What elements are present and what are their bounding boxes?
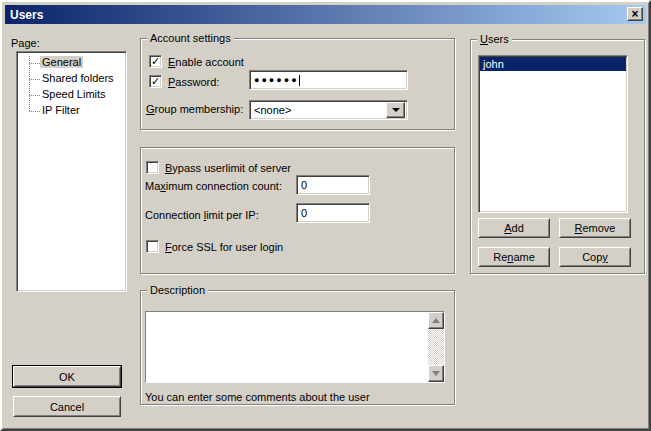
- enable-account-label: Enable account: [168, 56, 244, 68]
- scroll-up-button[interactable]: [428, 312, 444, 329]
- cancel-button[interactable]: Cancel: [13, 396, 121, 417]
- description-text[interactable]: [146, 312, 428, 382]
- ok-button[interactable]: OK: [13, 366, 121, 387]
- users-group-title: Users: [477, 33, 512, 45]
- tree-item-speed-limits[interactable]: Speed Limits: [17, 87, 126, 103]
- add-user-button[interactable]: Add: [478, 218, 550, 238]
- ok-button-label: OK: [59, 371, 75, 383]
- group-membership-label: Group membership:: [146, 103, 243, 115]
- close-button[interactable]: ×: [627, 7, 643, 21]
- rename-button-label: Rename: [493, 251, 535, 263]
- tree-branch-icon: [29, 111, 40, 112]
- page-label: Page:: [11, 37, 40, 49]
- connection-limit-per-ip-label: Connection limit per IP:: [145, 209, 259, 221]
- description-textarea[interactable]: [145, 311, 445, 383]
- tree-branch-icon: [29, 95, 40, 96]
- tree-item-label: General: [40, 56, 83, 68]
- group-membership-select[interactable]: <none>: [249, 100, 408, 120]
- force-ssl-checkbox[interactable]: ✓: [146, 240, 159, 253]
- scrollbar-track[interactable]: [428, 329, 444, 365]
- close-icon: ×: [631, 9, 638, 19]
- rename-user-button[interactable]: Rename: [478, 247, 550, 267]
- password-checkbox[interactable]: ✓: [149, 75, 162, 88]
- tree-branch-icon: [29, 79, 40, 80]
- bypass-userlimit-label: Bypass userlimit of server: [165, 162, 291, 174]
- chevron-down-icon: [392, 108, 400, 116]
- remove-button-label: Remove: [575, 222, 616, 234]
- tree-item-label: Speed Limits: [40, 88, 108, 100]
- titlebar[interactable]: Users ×: [5, 5, 646, 24]
- description-title: Description: [147, 284, 208, 296]
- check-icon: ✓: [151, 76, 160, 86]
- connection-settings-group: ✓ Bypass userlimit of server Maximum con…: [140, 147, 455, 274]
- tree-item-shared-folders[interactable]: Shared folders: [17, 71, 126, 87]
- users-group: Users john Add Remove Rename Copy: [470, 39, 645, 274]
- account-settings-title: Account settings: [147, 32, 234, 44]
- arrow-up-icon: [432, 314, 440, 323]
- add-button-label: Add: [504, 222, 524, 234]
- password-label: Password:: [168, 76, 219, 88]
- connection-limit-per-ip-value: 0: [301, 207, 307, 219]
- force-ssl-label: Force SSL for user login: [165, 241, 283, 253]
- text-caret: [299, 75, 300, 86]
- dropdown-button[interactable]: [386, 102, 405, 118]
- scroll-down-button[interactable]: [428, 365, 444, 382]
- remove-user-button[interactable]: Remove: [559, 218, 631, 238]
- cancel-button-label: Cancel: [50, 401, 84, 413]
- page-tree[interactable]: General Shared folders Speed Limits IP F…: [16, 51, 127, 292]
- copy-button-label: Copy: [582, 251, 608, 263]
- group-membership-value: <none>: [252, 104, 386, 116]
- password-masked-value: ●●●●●●: [254, 75, 299, 85]
- tree-item-ip-filter[interactable]: IP Filter: [17, 103, 126, 119]
- connection-limit-per-ip-input[interactable]: 0: [296, 203, 370, 223]
- list-item[interactable]: john: [480, 57, 626, 71]
- max-connection-count-value: 0: [301, 179, 307, 191]
- users-list[interactable]: john: [478, 55, 628, 213]
- tree-item-general[interactable]: General: [17, 55, 126, 71]
- description-hint: You can enter some comments about the us…: [145, 391, 370, 403]
- check-icon: ✓: [151, 56, 160, 66]
- bypass-userlimit-checkbox[interactable]: ✓: [146, 161, 159, 174]
- copy-user-button[interactable]: Copy: [559, 247, 631, 267]
- enable-account-checkbox[interactable]: ✓: [149, 55, 162, 68]
- users-dialog: Users × Page: General Shared folders Spe…: [0, 0, 651, 431]
- tree-branch-icon: [29, 63, 40, 64]
- password-input[interactable]: ●●●●●●: [249, 70, 408, 90]
- max-connection-count-label: Maximum connection count:: [145, 180, 282, 192]
- tree-item-label: IP Filter: [40, 104, 82, 116]
- description-group: Description You can enter some comments …: [140, 290, 455, 405]
- vertical-scrollbar[interactable]: [428, 312, 444, 382]
- window-title: Users: [10, 8, 43, 22]
- tree-item-label: Shared folders: [40, 72, 116, 84]
- max-connection-count-input[interactable]: 0: [296, 175, 370, 195]
- account-settings-group: Account settings ✓ Enable account ✓ Pass…: [140, 38, 455, 130]
- arrow-down-icon: [432, 371, 440, 380]
